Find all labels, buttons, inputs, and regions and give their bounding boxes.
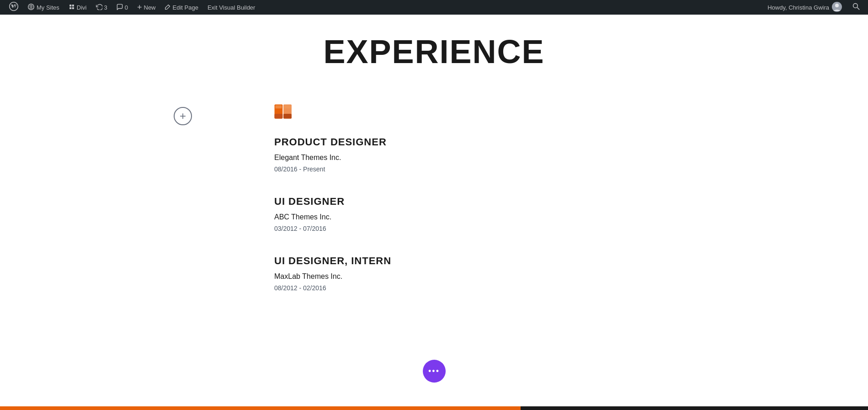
job-company-3: MaxLab Themes Inc. <box>274 272 868 281</box>
my-sites-label: My Sites <box>37 4 59 11</box>
job-entry-3: UI DESIGNER, INTERN MaxLab Themes Inc. 0… <box>274 255 868 292</box>
svg-rect-6 <box>72 7 74 9</box>
job-entry-1: PRODUCT DESIGNER Elegant Themes Inc. 08/… <box>274 136 868 173</box>
svg-rect-14 <box>283 114 292 119</box>
add-section-button[interactable]: + <box>174 107 192 125</box>
wp-logo[interactable] <box>5 0 23 15</box>
svg-point-9 <box>853 3 858 8</box>
howdy-label: Howdy, Christina Gwira <box>767 4 829 11</box>
bottom-bar-dark <box>521 406 868 410</box>
new-menu[interactable]: + New <box>133 0 160 15</box>
sites-icon <box>27 3 35 12</box>
job-dates-2: 03/2012 - 07/2016 <box>274 225 868 232</box>
svg-rect-15 <box>275 105 282 108</box>
job-dates-3: 08/2012 - 02/2016 <box>274 284 868 292</box>
admin-bar-right: Howdy, Christina Gwira <box>763 2 863 13</box>
updates-menu[interactable]: 3 <box>91 0 112 15</box>
search-button[interactable] <box>849 3 863 12</box>
job-title-1: PRODUCT DESIGNER <box>274 136 868 148</box>
comments-count: 0 <box>125 4 128 11</box>
bottom-bar-orange <box>0 406 521 410</box>
fab-dots-icon: ••• <box>428 367 440 376</box>
bottom-bar <box>0 406 868 410</box>
svg-line-10 <box>857 7 859 10</box>
svg-rect-3 <box>69 5 71 6</box>
new-label: New <box>144 4 156 11</box>
comments-icon <box>117 4 123 11</box>
divi-icon <box>69 4 75 11</box>
job-entries-list: PRODUCT DESIGNER Elegant Themes Inc. 08/… <box>274 136 868 292</box>
job-title-2: UI DESIGNER <box>274 196 868 208</box>
job-company-1: Elegant Themes Inc. <box>274 154 868 162</box>
svg-rect-16 <box>284 105 291 108</box>
job-entry-2: UI DESIGNER ABC Themes Inc. 03/2012 - 07… <box>274 196 868 232</box>
right-column: PRODUCT DESIGNER Elegant Themes Inc. 08/… <box>274 98 868 314</box>
job-company-2: ABC Themes Inc. <box>274 213 868 221</box>
edit-icon <box>165 4 171 11</box>
left-column: + <box>91 98 274 314</box>
my-sites-menu[interactable]: My Sites <box>23 0 64 15</box>
palette-icon <box>274 102 297 121</box>
job-title-3: UI DESIGNER, INTERN <box>274 255 868 267</box>
svg-rect-4 <box>72 5 74 6</box>
experience-title: EXPERIENCE <box>0 33 868 70</box>
user-avatar <box>832 2 842 13</box>
edit-page-menu[interactable]: Edit Page <box>160 0 203 15</box>
plus-icon: + <box>180 111 186 122</box>
svg-point-8 <box>835 4 839 7</box>
updates-icon <box>96 4 102 11</box>
new-icon: + <box>137 3 142 12</box>
howdy-menu[interactable]: Howdy, Christina Gwira <box>763 2 847 13</box>
exit-visual-builder-menu[interactable]: Exit Visual Builder <box>203 0 260 15</box>
job-dates-1: 08/2016 - Present <box>274 165 868 173</box>
main-layout: + <box>0 98 868 314</box>
page-content: EXPERIENCE + <box>0 15 868 314</box>
divi-menu[interactable]: Divi <box>64 0 91 15</box>
edit-page-label: Edit Page <box>173 4 198 11</box>
comments-menu[interactable]: 0 <box>112 0 133 15</box>
exit-vb-label: Exit Visual Builder <box>208 4 256 11</box>
svg-rect-13 <box>275 114 283 119</box>
wordpress-icon <box>9 2 18 13</box>
admin-bar: My Sites Divi 3 0 + New Edit Page Exit V… <box>0 0 868 15</box>
palette-icon-container <box>274 102 868 122</box>
fab-button[interactable]: ••• <box>423 360 446 383</box>
divi-label: Divi <box>77 4 87 11</box>
svg-rect-5 <box>69 7 71 9</box>
updates-count: 3 <box>104 4 107 11</box>
